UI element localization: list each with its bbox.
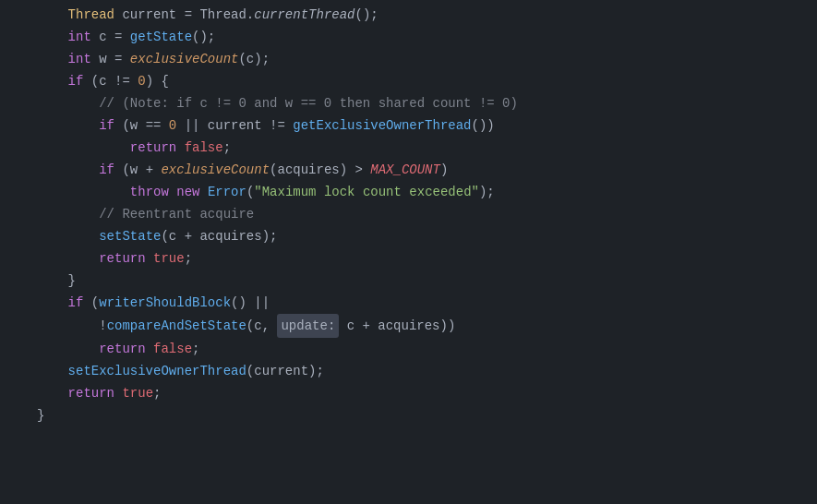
code-token: (c + acquires); — [161, 225, 277, 247]
code-line: throw new Error("Maximum lock count exce… — [0, 181, 817, 203]
code-token: new — [176, 181, 199, 203]
code-token: return — [130, 137, 176, 159]
code-editor: Thread current = Thread.currentThread();… — [0, 0, 817, 504]
code-token: getExclusiveOwnerThread — [293, 114, 471, 137]
code-token: // Reentrant acquire — [99, 203, 254, 225]
code-token: } — [68, 270, 76, 292]
code-token: (c, — [246, 315, 278, 337]
code-line: setState(c + acquires); — [0, 225, 817, 247]
code-line: return false; — [0, 137, 817, 159]
code-token: "Maximum lock count exceeded" — [254, 181, 479, 203]
code-token — [114, 382, 122, 404]
code-line: int c = getState(); — [0, 26, 817, 48]
code-token: ); — [479, 181, 495, 203]
code-token: ) — [440, 159, 448, 181]
code-line: } — [0, 404, 817, 426]
code-line: // (Note: if c != 0 and w == 0 then shar… — [0, 92, 817, 114]
code-token: if — [68, 292, 84, 314]
code-token: return — [99, 338, 145, 360]
code-token: if — [68, 70, 84, 92]
code-token: return — [68, 382, 114, 404]
code-token: (); — [192, 26, 215, 48]
code-token: 0 — [138, 70, 145, 92]
code-token: c = — [91, 26, 130, 48]
code-token: () || — [231, 292, 270, 314]
code-token: true — [153, 247, 185, 270]
code-token: } — [37, 404, 44, 426]
code-token: Error — [208, 181, 246, 203]
code-token: exclusiveCount — [130, 48, 239, 70]
code-token: writerShouldBlock — [99, 292, 231, 314]
code-token: ; — [192, 338, 199, 360]
code-line: return true; — [0, 247, 817, 270]
code-token: ( — [83, 292, 99, 314]
code-token: w = — [91, 48, 130, 70]
code-token — [169, 181, 176, 203]
code-token: if — [99, 159, 114, 181]
code-line: // Reentrant acquire — [0, 203, 817, 225]
code-token: ; — [223, 137, 231, 159]
code-token: MAX_COUNT — [370, 159, 440, 181]
code-token: compareAndSetState — [107, 315, 246, 337]
code-line: } — [0, 270, 817, 292]
code-token: int — [68, 26, 91, 48]
code-token: (w + — [114, 159, 161, 181]
code-token: ; — [153, 382, 161, 404]
code-line: int w = exclusiveCount(c); — [0, 48, 817, 70]
code-token: (current); — [246, 360, 324, 382]
code-token: ()) — [472, 114, 495, 137]
code-token: return — [99, 247, 145, 270]
code-token — [146, 247, 153, 270]
code-token: currentThread — [254, 4, 354, 26]
code-token: getState — [130, 26, 192, 48]
code-line: return true; — [0, 382, 817, 404]
code-token: false — [153, 338, 192, 360]
code-line: return false; — [0, 338, 817, 360]
code-token: current = Thread. — [114, 4, 254, 26]
code-token: if — [99, 114, 114, 137]
code-token — [199, 181, 207, 203]
code-token: ; — [185, 247, 192, 270]
code-token: (); — [354, 4, 378, 26]
code-token: true — [122, 382, 153, 404]
code-token: (w == — [114, 114, 169, 137]
code-line: if (writerShouldBlock() || — [0, 292, 817, 314]
highlight-token: update: — [277, 314, 339, 338]
code-token: // (Note: if c != 0 and w == 0 then shar… — [99, 92, 518, 114]
code-content: Thread current = Thread.currentThread();… — [0, 0, 817, 430]
code-token: (acquires) > — [270, 159, 370, 181]
code-line: if (w + exclusiveCount(acquires) > MAX_C… — [0, 159, 817, 181]
code-token: false — [185, 137, 223, 159]
code-token: setState — [99, 225, 161, 247]
code-token: Thread — [68, 4, 114, 26]
code-token: ) { — [146, 70, 169, 92]
code-token: int — [68, 48, 91, 70]
code-token: c + acquires)) — [339, 315, 455, 337]
code-token — [176, 137, 184, 159]
code-token: (c); — [238, 48, 270, 70]
code-line: setExclusiveOwnerThread(current); — [0, 360, 817, 382]
code-token: || current != — [176, 114, 293, 137]
code-line: if (c != 0) { — [0, 70, 817, 92]
code-token: exclusiveCount — [161, 159, 270, 181]
code-line: Thread current = Thread.currentThread(); — [0, 4, 817, 26]
code-token — [146, 338, 153, 360]
code-token: 0 — [169, 114, 176, 137]
code-token: ! — [99, 315, 106, 337]
code-token: throw — [130, 181, 169, 203]
code-line: if (w == 0 || current != getExclusiveOwn… — [0, 114, 817, 137]
code-line: !compareAndSetState(c, update: c + acqui… — [0, 314, 817, 338]
code-token: setExclusiveOwnerThread — [68, 360, 246, 382]
code-token: ( — [246, 181, 254, 203]
code-token: (c != — [83, 70, 138, 92]
